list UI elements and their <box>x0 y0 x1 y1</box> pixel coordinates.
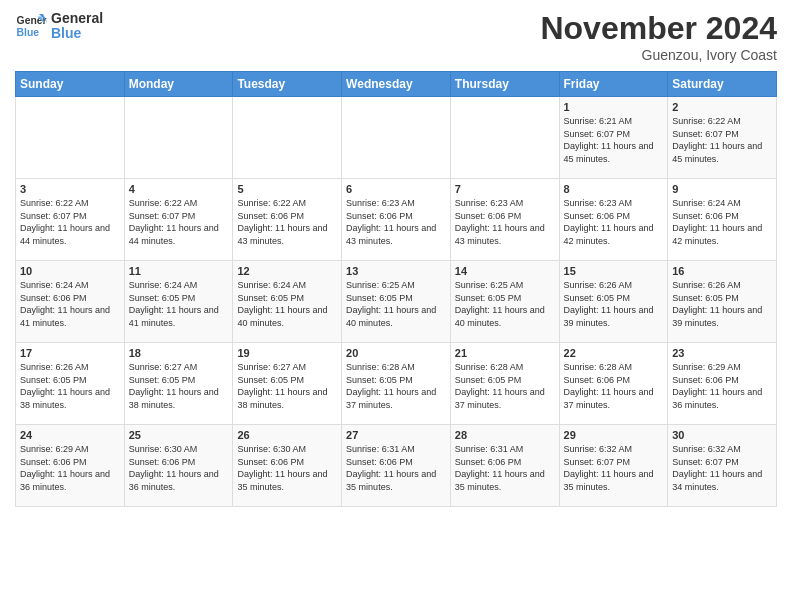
day-number: 26 <box>237 429 337 441</box>
header-row: SundayMondayTuesdayWednesdayThursdayFrid… <box>16 72 777 97</box>
day-number: 21 <box>455 347 555 359</box>
calendar-cell: 29Sunrise: 6:32 AM Sunset: 6:07 PM Dayli… <box>559 425 668 507</box>
day-number: 7 <box>455 183 555 195</box>
header-day-thursday: Thursday <box>450 72 559 97</box>
calendar-cell: 14Sunrise: 6:25 AM Sunset: 6:05 PM Dayli… <box>450 261 559 343</box>
calendar-table: SundayMondayTuesdayWednesdayThursdayFrid… <box>15 71 777 507</box>
calendar-cell: 1Sunrise: 6:21 AM Sunset: 6:07 PM Daylig… <box>559 97 668 179</box>
day-number: 15 <box>564 265 664 277</box>
week-row-0: 1Sunrise: 6:21 AM Sunset: 6:07 PM Daylig… <box>16 97 777 179</box>
header-day-friday: Friday <box>559 72 668 97</box>
calendar-cell <box>124 97 233 179</box>
day-content: Sunrise: 6:29 AM Sunset: 6:06 PM Dayligh… <box>20 443 120 493</box>
day-number: 18 <box>129 347 229 359</box>
header-day-sunday: Sunday <box>16 72 125 97</box>
week-row-1: 3Sunrise: 6:22 AM Sunset: 6:07 PM Daylig… <box>16 179 777 261</box>
day-number: 17 <box>20 347 120 359</box>
calendar-cell: 15Sunrise: 6:26 AM Sunset: 6:05 PM Dayli… <box>559 261 668 343</box>
day-number: 14 <box>455 265 555 277</box>
calendar-cell: 27Sunrise: 6:31 AM Sunset: 6:06 PM Dayli… <box>342 425 451 507</box>
day-number: 5 <box>237 183 337 195</box>
day-content: Sunrise: 6:28 AM Sunset: 6:06 PM Dayligh… <box>564 361 664 411</box>
day-content: Sunrise: 6:26 AM Sunset: 6:05 PM Dayligh… <box>20 361 120 411</box>
logo-icon: General Blue <box>15 10 47 42</box>
day-number: 25 <box>129 429 229 441</box>
month-title: November 2024 <box>540 10 777 47</box>
day-number: 27 <box>346 429 446 441</box>
calendar-cell: 6Sunrise: 6:23 AM Sunset: 6:06 PM Daylig… <box>342 179 451 261</box>
day-content: Sunrise: 6:30 AM Sunset: 6:06 PM Dayligh… <box>129 443 229 493</box>
calendar-cell: 26Sunrise: 6:30 AM Sunset: 6:06 PM Dayli… <box>233 425 342 507</box>
day-content: Sunrise: 6:22 AM Sunset: 6:06 PM Dayligh… <box>237 197 337 247</box>
header-day-saturday: Saturday <box>668 72 777 97</box>
calendar-cell <box>233 97 342 179</box>
day-content: Sunrise: 6:23 AM Sunset: 6:06 PM Dayligh… <box>564 197 664 247</box>
day-number: 28 <box>455 429 555 441</box>
calendar-cell <box>342 97 451 179</box>
day-number: 8 <box>564 183 664 195</box>
week-row-2: 10Sunrise: 6:24 AM Sunset: 6:06 PM Dayli… <box>16 261 777 343</box>
calendar-cell: 19Sunrise: 6:27 AM Sunset: 6:05 PM Dayli… <box>233 343 342 425</box>
day-content: Sunrise: 6:22 AM Sunset: 6:07 PM Dayligh… <box>129 197 229 247</box>
day-content: Sunrise: 6:26 AM Sunset: 6:05 PM Dayligh… <box>672 279 772 329</box>
day-number: 12 <box>237 265 337 277</box>
day-number: 11 <box>129 265 229 277</box>
day-content: Sunrise: 6:22 AM Sunset: 6:07 PM Dayligh… <box>672 115 772 165</box>
calendar-cell: 18Sunrise: 6:27 AM Sunset: 6:05 PM Dayli… <box>124 343 233 425</box>
day-number: 19 <box>237 347 337 359</box>
day-content: Sunrise: 6:24 AM Sunset: 6:06 PM Dayligh… <box>672 197 772 247</box>
header-day-monday: Monday <box>124 72 233 97</box>
day-number: 13 <box>346 265 446 277</box>
calendar-cell: 7Sunrise: 6:23 AM Sunset: 6:06 PM Daylig… <box>450 179 559 261</box>
day-content: Sunrise: 6:27 AM Sunset: 6:05 PM Dayligh… <box>237 361 337 411</box>
week-row-4: 24Sunrise: 6:29 AM Sunset: 6:06 PM Dayli… <box>16 425 777 507</box>
day-number: 1 <box>564 101 664 113</box>
calendar-cell: 9Sunrise: 6:24 AM Sunset: 6:06 PM Daylig… <box>668 179 777 261</box>
day-number: 10 <box>20 265 120 277</box>
calendar-cell <box>450 97 559 179</box>
header-day-tuesday: Tuesday <box>233 72 342 97</box>
calendar-cell: 5Sunrise: 6:22 AM Sunset: 6:06 PM Daylig… <box>233 179 342 261</box>
day-content: Sunrise: 6:24 AM Sunset: 6:05 PM Dayligh… <box>237 279 337 329</box>
calendar-cell: 22Sunrise: 6:28 AM Sunset: 6:06 PM Dayli… <box>559 343 668 425</box>
title-block: November 2024 Guenzou, Ivory Coast <box>540 10 777 63</box>
calendar-cell: 3Sunrise: 6:22 AM Sunset: 6:07 PM Daylig… <box>16 179 125 261</box>
day-content: Sunrise: 6:32 AM Sunset: 6:07 PM Dayligh… <box>672 443 772 493</box>
day-content: Sunrise: 6:24 AM Sunset: 6:06 PM Dayligh… <box>20 279 120 329</box>
day-number: 20 <box>346 347 446 359</box>
day-content: Sunrise: 6:32 AM Sunset: 6:07 PM Dayligh… <box>564 443 664 493</box>
calendar-cell: 28Sunrise: 6:31 AM Sunset: 6:06 PM Dayli… <box>450 425 559 507</box>
day-number: 16 <box>672 265 772 277</box>
day-content: Sunrise: 6:28 AM Sunset: 6:05 PM Dayligh… <box>346 361 446 411</box>
day-number: 9 <box>672 183 772 195</box>
day-number: 23 <box>672 347 772 359</box>
day-number: 22 <box>564 347 664 359</box>
day-number: 2 <box>672 101 772 113</box>
page: General Blue General Blue November 2024 … <box>0 0 792 517</box>
day-content: Sunrise: 6:22 AM Sunset: 6:07 PM Dayligh… <box>20 197 120 247</box>
header-day-wednesday: Wednesday <box>342 72 451 97</box>
day-number: 29 <box>564 429 664 441</box>
day-content: Sunrise: 6:23 AM Sunset: 6:06 PM Dayligh… <box>346 197 446 247</box>
day-content: Sunrise: 6:31 AM Sunset: 6:06 PM Dayligh… <box>346 443 446 493</box>
day-content: Sunrise: 6:24 AM Sunset: 6:05 PM Dayligh… <box>129 279 229 329</box>
header: General Blue General Blue November 2024 … <box>15 10 777 63</box>
calendar-cell: 4Sunrise: 6:22 AM Sunset: 6:07 PM Daylig… <box>124 179 233 261</box>
day-content: Sunrise: 6:31 AM Sunset: 6:06 PM Dayligh… <box>455 443 555 493</box>
calendar-cell: 8Sunrise: 6:23 AM Sunset: 6:06 PM Daylig… <box>559 179 668 261</box>
calendar-cell: 16Sunrise: 6:26 AM Sunset: 6:05 PM Dayli… <box>668 261 777 343</box>
calendar-cell: 11Sunrise: 6:24 AM Sunset: 6:05 PM Dayli… <box>124 261 233 343</box>
calendar-cell: 12Sunrise: 6:24 AM Sunset: 6:05 PM Dayli… <box>233 261 342 343</box>
svg-text:Blue: Blue <box>17 27 40 38</box>
week-row-3: 17Sunrise: 6:26 AM Sunset: 6:05 PM Dayli… <box>16 343 777 425</box>
day-number: 6 <box>346 183 446 195</box>
logo-blue: Blue <box>51 26 103 41</box>
day-content: Sunrise: 6:25 AM Sunset: 6:05 PM Dayligh… <box>346 279 446 329</box>
calendar-cell: 20Sunrise: 6:28 AM Sunset: 6:05 PM Dayli… <box>342 343 451 425</box>
calendar-cell: 17Sunrise: 6:26 AM Sunset: 6:05 PM Dayli… <box>16 343 125 425</box>
day-content: Sunrise: 6:30 AM Sunset: 6:06 PM Dayligh… <box>237 443 337 493</box>
day-number: 3 <box>20 183 120 195</box>
day-content: Sunrise: 6:23 AM Sunset: 6:06 PM Dayligh… <box>455 197 555 247</box>
calendar-cell <box>16 97 125 179</box>
day-content: Sunrise: 6:29 AM Sunset: 6:06 PM Dayligh… <box>672 361 772 411</box>
